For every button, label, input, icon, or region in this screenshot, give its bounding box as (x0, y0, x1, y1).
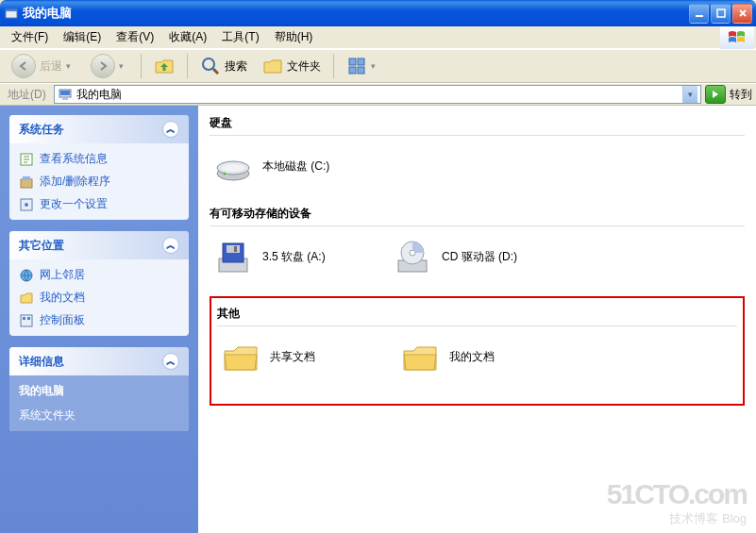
go-button[interactable] (705, 85, 726, 104)
panel-system-tasks: 系统任务 ︽ 查看系统信息 添加/删除程序 更改一个设置 (9, 115, 189, 220)
hard-disk-icon (213, 147, 253, 187)
item-local-disk-c[interactable]: 本地磁盘 (C:) (213, 147, 374, 187)
settings-icon (19, 197, 34, 212)
titlebar: 我的电脑 (0, 0, 756, 26)
section-title-other: 其他 (217, 302, 737, 326)
views-button[interactable]: ▾ (341, 53, 386, 79)
folders-button[interactable]: 文件夹 (257, 53, 327, 79)
svg-rect-14 (23, 176, 30, 180)
panel-title-places: 其它位置 (19, 238, 64, 254)
folder-icon (221, 338, 260, 377)
item-cd-drive-d[interactable]: CD 驱动器 (D:) (393, 238, 553, 277)
control-panel-icon (19, 313, 34, 328)
maximize-button[interactable] (711, 4, 731, 24)
address-value: 我的电脑 (76, 87, 679, 103)
title-text: 我的电脑 (23, 5, 689, 22)
task-change-setting[interactable]: 更改一个设置 (19, 196, 179, 212)
cd-drive-icon (393, 238, 432, 277)
section-hard-disks: 硬盘 本地磁盘 (C:) (210, 111, 745, 202)
address-input[interactable]: 我的电脑 ▾ (54, 85, 701, 104)
item-label: 我的文档 (449, 350, 495, 365)
section-title-removable: 有可移动存储的设备 (210, 202, 745, 226)
back-dropdown-icon: ▾ (66, 61, 76, 71)
folder-icon (400, 338, 440, 377)
panel-details: 详细信息 ︽ 我的电脑 系统文件夹 (9, 347, 189, 431)
svg-rect-19 (23, 317, 25, 320)
chevron-up-icon: ︽ (162, 237, 179, 254)
svg-point-16 (25, 203, 28, 207)
svg-rect-1 (6, 9, 17, 11)
panel-header-details[interactable]: 详细信息 ︽ (9, 347, 189, 375)
menu-file[interactable]: 文件(F) (4, 27, 56, 47)
svg-point-31 (410, 250, 415, 256)
address-dropdown-icon[interactable]: ▾ (682, 86, 697, 103)
folders-icon (262, 56, 283, 76)
panel-other-places: 其它位置 ︽ 网上邻居 我的文档 控制面板 (9, 231, 189, 336)
info-icon (19, 152, 34, 167)
item-floppy-a[interactable]: 3.5 软盘 (A:) (213, 238, 374, 277)
views-icon (346, 56, 367, 76)
svg-rect-11 (62, 98, 68, 100)
up-folder-icon (154, 56, 175, 76)
svg-point-4 (203, 58, 214, 70)
place-my-documents[interactable]: 我的文档 (19, 290, 179, 306)
search-button[interactable]: 搜索 (194, 53, 253, 79)
item-label: CD 驱动器 (D:) (442, 250, 517, 265)
svg-rect-13 (21, 179, 32, 188)
item-label: 3.5 软盘 (A:) (262, 250, 326, 265)
windows-flag-icon (720, 26, 754, 49)
task-add-remove-programs[interactable]: 添加/删除程序 (19, 174, 179, 190)
panel-title-details: 详细信息 (19, 354, 64, 370)
toolbar-sep-2 (187, 54, 188, 78)
svg-rect-3 (717, 9, 725, 17)
svg-point-24 (224, 173, 227, 175)
address-bar: 地址(D) 我的电脑 ▾ 转到 (0, 83, 756, 106)
toolbar: 后退 ▾ ▾ 搜索 文件夹 ▾ (0, 49, 756, 83)
section-other: 其他 共享文档 我的文档 (210, 296, 745, 406)
chevron-up-icon: ︽ (162, 121, 179, 138)
place-network[interactable]: 网上邻居 (19, 267, 179, 283)
minimize-button[interactable] (689, 4, 709, 24)
forward-button[interactable]: ▾ (85, 51, 134, 81)
item-label: 本地磁盘 (C:) (262, 159, 329, 175)
menu-view[interactable]: 查看(V) (109, 27, 161, 47)
task-view-system-info[interactable]: 查看系统信息 (19, 151, 179, 167)
back-label: 后退 (40, 58, 62, 75)
panel-header-tasks[interactable]: 系统任务 ︽ (9, 115, 189, 143)
back-arrow-icon (11, 54, 36, 78)
toolbar-sep-3 (333, 54, 334, 78)
item-shared-documents[interactable]: 共享文档 (221, 338, 381, 377)
back-button[interactable]: 后退 ▾ (6, 51, 81, 81)
close-button[interactable] (732, 4, 752, 24)
main-area: 系统任务 ︽ 查看系统信息 添加/删除程序 更改一个设置 其它位置 ︽ 网上邻居… (0, 106, 756, 533)
programs-icon (19, 175, 34, 190)
svg-rect-7 (349, 67, 356, 74)
details-type: 系统文件夹 (19, 408, 179, 424)
sidebar: 系统任务 ︽ 查看系统信息 添加/删除程序 更改一个设置 其它位置 ︽ 网上邻居… (0, 106, 198, 533)
section-title-hdd: 硬盘 (210, 111, 745, 136)
item-my-documents[interactable]: 我的文档 (400, 338, 561, 377)
place-control-panel[interactable]: 控制面板 (19, 312, 179, 328)
network-icon (19, 268, 34, 283)
menu-help[interactable]: 帮助(H) (267, 27, 321, 47)
menu-tools[interactable]: 工具(T) (214, 27, 266, 47)
svg-rect-6 (358, 58, 364, 65)
panel-header-places[interactable]: 其它位置 ︽ (9, 231, 189, 259)
forward-arrow-icon (91, 54, 115, 78)
address-label: 地址(D) (4, 87, 50, 103)
panel-title-tasks: 系统任务 (19, 122, 64, 138)
svg-rect-10 (60, 91, 70, 95)
svg-rect-27 (227, 245, 240, 253)
svg-rect-18 (21, 315, 32, 326)
content: 硬盘 本地磁盘 (C:) 有可移动存储的设备 3.5 软盘 (A:) CD 驱动… (198, 106, 756, 533)
svg-rect-8 (358, 67, 364, 74)
documents-icon (19, 291, 34, 306)
menu-favorites[interactable]: 收藏(A) (161, 27, 214, 47)
toolbar-sep-1 (141, 54, 142, 78)
svg-rect-5 (349, 58, 356, 65)
menu-edit[interactable]: 编辑(E) (56, 27, 109, 47)
up-button[interactable] (148, 53, 180, 79)
svg-point-23 (222, 164, 244, 172)
window-buttons (689, 4, 752, 24)
search-label: 搜索 (225, 58, 247, 75)
